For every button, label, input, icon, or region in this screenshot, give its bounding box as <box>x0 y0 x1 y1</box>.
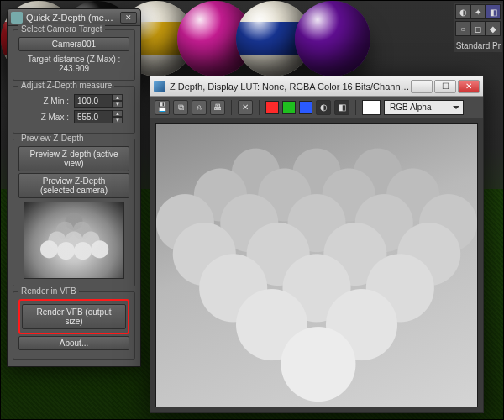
group-render-vfb: Render in VFB Render VFB (output size) A… <box>13 291 135 360</box>
print-image-icon[interactable]: 🖶 <box>210 100 225 115</box>
zmax-up-icon[interactable]: ▲ <box>113 110 123 117</box>
panel-tab-1[interactable]: ◐ <box>455 4 470 19</box>
render-canvas-area <box>150 118 483 412</box>
group-preview-legend: Preview Z-Depth <box>18 134 86 143</box>
panel-tab-3[interactable]: ◧ <box>486 4 501 19</box>
maximize-button[interactable]: ☐ <box>434 80 456 93</box>
target-distance-label: Target distance (Z Max) : <box>28 55 121 64</box>
zmin-label: Z Min : <box>18 97 69 106</box>
toolbar-separator <box>231 100 232 115</box>
render-app-icon <box>154 81 165 92</box>
render-vfb-window: Z Depth, Display LUT: None, RGBA Color 1… <box>150 76 484 413</box>
camera-target-button[interactable]: Camera001 <box>18 37 129 51</box>
preview-thumbnail <box>24 202 124 279</box>
channel-dropdown-value: RGB Alpha <box>390 102 431 112</box>
preview-selected-camera-button[interactable]: Preview Z-Depth (selected camera) <box>18 173 129 198</box>
alpha-channel-toggle[interactable]: ◐ <box>316 100 331 115</box>
zmin-up-icon[interactable]: ▲ <box>113 94 123 101</box>
close-button[interactable]: ✕ <box>458 80 480 93</box>
group-adjust-legend: Adjust Z-Depth measure <box>18 81 114 90</box>
close-icon[interactable]: ✕ <box>120 12 137 24</box>
toolbar-separator <box>355 100 356 115</box>
quick-zdepth-title: Quick Z-Depth (mental r... <box>26 13 118 23</box>
group-select-camera: Select Camera Target Camera001 Target di… <box>13 29 135 81</box>
quick-zdepth-app-icon <box>11 12 23 24</box>
zmax-input[interactable] <box>74 110 113 123</box>
zmax-down-icon[interactable]: ▼ <box>113 117 123 123</box>
command-panel: ◐ ✦ ◧ ○ ◻ ◆ Standard Pr <box>454 3 502 52</box>
highlight-box: Render VFB (output size) <box>18 299 129 334</box>
render-output-image <box>155 123 478 407</box>
clone-image-icon[interactable]: ⎌ <box>192 100 207 115</box>
color-swatch[interactable] <box>362 100 381 115</box>
render-toolbar: 💾 ⧉ ⎌ 🖶 ✕ ◐ ◧ RGB Alpha <box>150 97 483 118</box>
zmax-spinner[interactable]: ▲▼ <box>74 110 124 123</box>
clear-image-icon[interactable]: ✕ <box>238 100 253 115</box>
zmax-label: Z Max : <box>18 113 69 122</box>
render-title: Z Depth, Display LUT: None, RGBA Color 1… <box>170 81 411 92</box>
standard-primitives-label: Standard Pr <box>455 41 501 50</box>
about-button[interactable]: About... <box>18 336 129 350</box>
copy-image-icon[interactable]: ⧉ <box>173 100 188 115</box>
blue-channel-toggle[interactable] <box>299 101 312 114</box>
green-channel-toggle[interactable] <box>282 101 296 114</box>
quick-zdepth-window: Quick Z-Depth (mental r... ✕ Select Came… <box>7 8 141 367</box>
render-titlebar[interactable]: Z Depth, Display LUT: None, RGBA Color 1… <box>150 76 483 97</box>
render-vfb-button[interactable]: Render VFB (output size) <box>22 304 126 329</box>
red-channel-toggle[interactable] <box>265 101 279 114</box>
group-render-vfb-legend: Render in VFB <box>18 286 79 296</box>
channel-dropdown[interactable]: RGB Alpha <box>384 100 464 115</box>
panel-tab-2[interactable]: ✦ <box>470 4 486 19</box>
group-adjust-zdepth: Adjust Z-Depth measure Z Min : ▲▼ Z Max … <box>13 86 135 134</box>
panel-sub-3[interactable]: ◆ <box>486 21 501 36</box>
mono-channel-toggle[interactable]: ◧ <box>334 100 349 115</box>
panel-sub-1[interactable]: ○ <box>455 21 470 36</box>
zmin-input[interactable] <box>74 94 113 108</box>
preview-active-view-button[interactable]: Preview Z-depth (active view) <box>18 146 129 171</box>
target-distance-value: 243.909 <box>59 64 89 73</box>
target-distance-readout: Target distance (Z Max) : 243.909 <box>18 55 129 73</box>
toolbar-separator <box>259 100 260 115</box>
save-image-icon[interactable]: 💾 <box>155 100 170 115</box>
zmin-down-icon[interactable]: ▼ <box>113 101 123 108</box>
minimize-button[interactable]: — <box>411 80 433 93</box>
panel-sub-2[interactable]: ◻ <box>470 21 486 36</box>
quick-zdepth-titlebar[interactable]: Quick Z-Depth (mental r... ✕ <box>8 9 140 26</box>
zmin-spinner[interactable]: ▲▼ <box>74 94 124 108</box>
group-preview-zdepth: Preview Z-Depth Preview Z-depth (active … <box>13 139 135 286</box>
group-select-camera-legend: Select Camera Target <box>18 24 105 34</box>
